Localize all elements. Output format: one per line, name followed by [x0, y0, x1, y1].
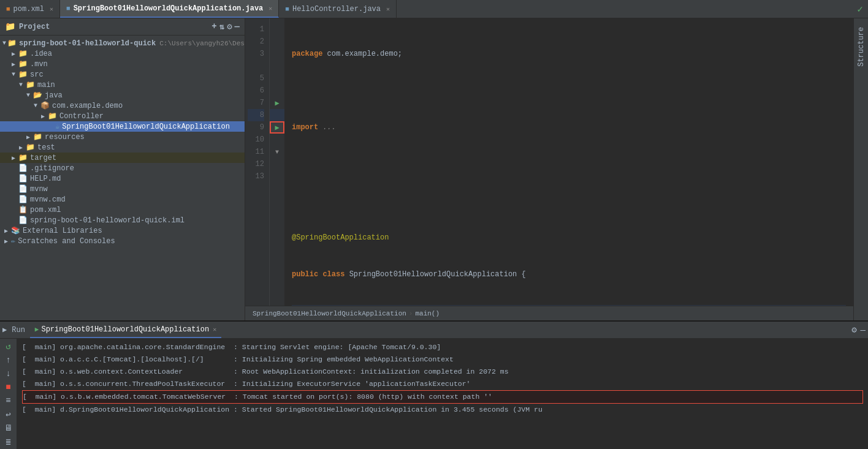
- console-output[interactable]: [ main] org.apache.catalina.core.Standar…: [17, 339, 868, 449]
- folder-icon-java: 📂: [33, 91, 42, 100]
- tree-item-resources[interactable]: ▶ 📁 resources: [0, 132, 245, 142]
- kw-import: import: [292, 121, 318, 134]
- arrow-down-icon-src: ▼: [10, 71, 17, 78]
- tab-main[interactable]: ■ SpringBoot01HelloworldQuickApplication…: [60, 0, 279, 18]
- tree-item-root[interactable]: ▼ 📁 spring-boot-01-helloworld-quick C:\U…: [0, 38, 245, 48]
- bottom-tab-run[interactable]: ▶ SpringBoot01HelloworldQuickApplication…: [30, 322, 221, 338]
- tree-label-java: java: [45, 91, 63, 100]
- import-ellipsis: ...: [322, 121, 336, 134]
- gutter-9-run[interactable]: ▶: [270, 121, 284, 134]
- gutter-7-run[interactable]: ▶: [270, 97, 284, 109]
- arrow-right-icon-scratch: ▶: [2, 238, 10, 245]
- iml-file-icon: 📄: [18, 216, 28, 225]
- project-tree: ▼ 📁 spring-boot-01-helloworld-quick C:\U…: [0, 36, 245, 320]
- mvnwcmd-file-icon: 📄: [18, 195, 28, 204]
- tree-item-mvnwcmd[interactable]: 📄 mvnw.cmd: [0, 194, 245, 205]
- tab-pom-label: pom.xml: [13, 5, 44, 13]
- sync-icon[interactable]: ⇅: [219, 21, 224, 32]
- bottom-tab-run-label: SpringBoot01HelloworldQuickApplication: [41, 325, 209, 334]
- fold-icon[interactable]: ▼: [275, 149, 279, 156]
- method-run-icon[interactable]: ▶: [275, 123, 279, 132]
- gutter-5: [270, 72, 284, 85]
- line-numbers: 1 2 3 5 6 7 8 9 10 11 12 13: [245, 18, 270, 306]
- tree-item-main[interactable]: ▼ 📁 main: [0, 80, 245, 90]
- console-line-2: [ main] o.a.c.c.C.[Tomcat].[localhost].[…: [22, 353, 863, 366]
- tree-item-gitignore[interactable]: 📄 .gitignore: [0, 163, 245, 173]
- tree-item-idea[interactable]: ▶ 📁 .idea: [0, 48, 245, 59]
- gear-icon[interactable]: ⚙: [227, 21, 232, 32]
- tab-controller[interactable]: ■ HelloController.java ✕: [279, 0, 397, 18]
- minimize-icon[interactable]: —: [235, 21, 240, 32]
- console-line-4: [ main] o.s.s.concurrent.ThreadPoolTaskE…: [22, 378, 863, 390]
- tree-item-src[interactable]: ▼ 📁 src: [0, 69, 245, 80]
- tree-item-scratches[interactable]: ▶ ✏️ Scratches and Consoles: [0, 236, 245, 246]
- folder-icon-root: 📁: [7, 39, 17, 48]
- console-text-5: [ main] o.s.b.w.embedded.tomcat.TomcatWe…: [23, 391, 492, 403]
- breadcrumb-sep: ›: [409, 310, 413, 317]
- bottom-tab-run-close[interactable]: ✕: [213, 326, 216, 333]
- tree-label-src: src: [30, 70, 44, 79]
- wrap-icon[interactable]: ↩: [6, 409, 10, 420]
- tab-pom-close[interactable]: ✕: [50, 6, 53, 13]
- tree-label-scratches: Scratches and Consoles: [18, 237, 115, 246]
- gutter-4: [270, 60, 284, 72]
- kw-public-7: public: [292, 268, 318, 281]
- gutter: ▶ ▶ ▼: [270, 18, 284, 306]
- tree-item-extlibs[interactable]: ▶ 📚 External Libraries: [0, 225, 245, 236]
- tree-item-iml[interactable]: 📄 spring-boot-01-helloworld-quick.iml: [0, 215, 245, 225]
- git-file-icon: 📄: [18, 164, 28, 173]
- tree-item-helpmd[interactable]: 📄 HELP.md: [0, 173, 245, 184]
- sidebar-title: Project: [19, 23, 50, 31]
- gutter-10: [270, 134, 284, 146]
- stop-icon[interactable]: ■: [6, 382, 10, 392]
- tree-label-root: spring-boot-01-helloworld-quick: [19, 39, 156, 48]
- class-run-icon[interactable]: ▶: [275, 99, 279, 108]
- code-editor[interactable]: package com.example.demo; import ... @Sp…: [284, 18, 853, 306]
- tree-label-mvnwcmd: mvnw.cmd: [30, 195, 66, 204]
- tree-item-test[interactable]: ▶ 📁 test: [0, 142, 245, 153]
- run-sidebar: ↺ ↑ ↓ ■ ≡ ↩ 🖥 ≣: [0, 339, 17, 449]
- breadcrumb-class[interactable]: SpringBoot01HelloworldQuickApplication: [253, 310, 406, 317]
- folder-icon-test: 📁: [26, 143, 35, 152]
- tree-label-pomxml: pom.xml: [30, 206, 61, 214]
- tree-item-java[interactable]: ▼ 📂 java: [0, 90, 245, 100]
- tab-main-close[interactable]: ✕: [268, 5, 272, 12]
- tree-item-mvn[interactable]: ▶ 📁 .mvn: [0, 59, 245, 69]
- tree-item-mvnw[interactable]: 📄 mvnw: [0, 184, 245, 194]
- tree-item-com[interactable]: ▼ 📦 com.example.demo: [0, 100, 245, 111]
- down-icon[interactable]: ↓: [6, 369, 10, 379]
- settings-icon-bottom[interactable]: ⚙: [851, 325, 856, 335]
- folder-icon-target: 📁: [18, 153, 28, 162]
- add-icon[interactable]: +: [211, 21, 216, 32]
- code-container[interactable]: 1 2 3 5 6 7 8 9 10 11 12 13: [245, 18, 853, 306]
- arrow-right-icon-target: ▶: [10, 154, 17, 162]
- tree-sidebar-icon[interactable]: ≣: [6, 437, 10, 447]
- up-icon[interactable]: ↑: [6, 355, 10, 365]
- java-file-icon-ctrl: ■: [285, 6, 289, 13]
- tree-label-helpmd: HELP.md: [30, 175, 61, 183]
- rerun-icon[interactable]: ↺: [6, 341, 10, 352]
- tree-label-resources: resources: [45, 133, 85, 141]
- bottom-content: ↺ ↑ ↓ ■ ≡ ↩ 🖥 ≣ [ main] org.apache.catal…: [0, 339, 868, 449]
- gutter-6: [270, 85, 284, 97]
- lib-icon: 📚: [11, 226, 20, 235]
- minimize-icon-bottom[interactable]: —: [861, 325, 866, 335]
- tree-item-pomxml[interactable]: 📋 pom.xml: [0, 205, 245, 215]
- filter-icon[interactable]: ≡: [6, 396, 10, 406]
- arrow-right-icon-idea: ▶: [10, 50, 17, 58]
- tab-pom[interactable]: ■ pom.xml ✕: [0, 0, 60, 18]
- code-line-3: import ...: [292, 121, 846, 134]
- gutter-11-fold[interactable]: ▼: [270, 146, 284, 158]
- code-line-7: public class SpringBoot01HelloworldQuick…: [292, 268, 846, 281]
- arrow-down-icon-com: ▼: [32, 102, 39, 109]
- structure-label[interactable]: Structure: [856, 23, 867, 70]
- tab-controller-close[interactable]: ✕: [386, 6, 390, 13]
- tree-item-target[interactable]: ▶ 📁 target: [0, 153, 245, 163]
- tree-item-controller-folder[interactable]: ▶ 📁 Controller: [0, 111, 245, 121]
- breadcrumb-method[interactable]: main(): [415, 310, 440, 317]
- kw-class: class: [322, 268, 345, 281]
- tab-main-label: SpringBoot01HelloworldQuickApplication.j…: [74, 4, 264, 13]
- console-sidebar-icon[interactable]: 🖥: [4, 423, 13, 433]
- tree-item-mainclass[interactable]: ☕ SpringBoot01HelloworldQuickApplication: [0, 121, 245, 132]
- arrow-down-icon-java: ▼: [25, 92, 32, 99]
